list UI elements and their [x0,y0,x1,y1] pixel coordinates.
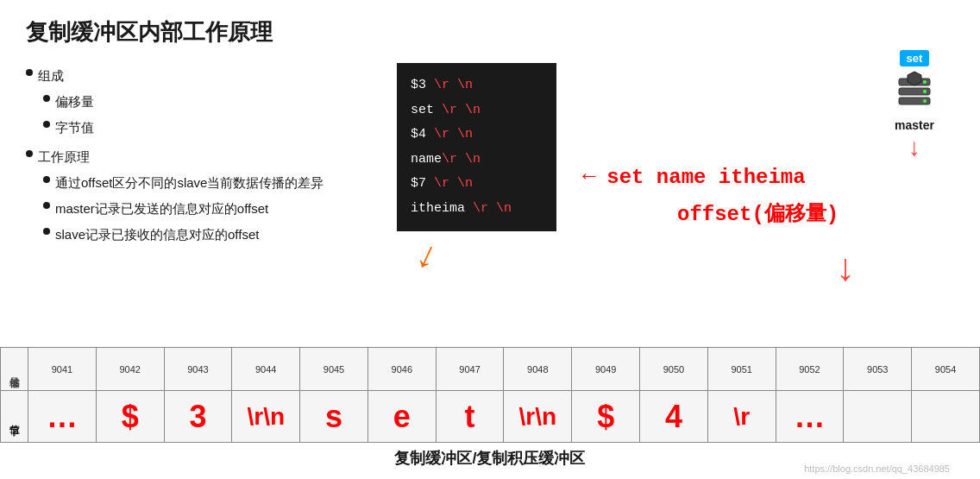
bullet-dot [43,95,50,102]
buffer-section: 偏移量 9041 9042 9043 9044 9045 9046 9047 9… [0,347,980,443]
col-9046: 9046 [368,348,436,391]
cell-rn2: \r\n [504,391,572,443]
down-arrow-icon: ↓ [908,136,920,160]
page-title: 复制缓冲区内部工作原理 [26,17,954,47]
composition-label: 组成 [38,63,64,89]
terminal-line-3: $4 \r \n [411,123,543,148]
watermark: https://blog.csdn.net/qq_43684985 [804,460,950,476]
footer-label: 复制缓冲区/复制积压缓冲区 [394,450,585,467]
cell-dots-left: … [28,391,97,443]
col-9043: 9043 [164,348,232,391]
terminal-line-4: name\r \n [411,148,543,173]
offset-label: offset(偏移量) [677,203,839,226]
diag-arrow-left-icon: ↓ [411,233,445,275]
principle-item-3: slave记录已接收的信息对应的offset [55,222,259,248]
cell-s: s [300,391,368,443]
col-9044: 9044 [232,348,300,391]
svg-marker-6 [908,72,921,85]
col-9041: 9041 [28,348,97,391]
svg-point-5 [923,99,927,103]
master-label: master [895,118,934,132]
cell-empty-1 [844,391,912,443]
col-9045: 9045 [300,348,368,391]
buffer-table: 偏移量 9041 9042 9043 9044 9045 9046 9047 9… [0,347,980,443]
bullet-dot [43,228,50,235]
bullet-dot [26,69,33,76]
cell-r: \r [707,391,776,443]
cell-4: 4 [640,391,708,443]
terminal-line-5: $7 \r \n [411,172,543,197]
bullet-dot [43,176,50,183]
principle-item-2: master记录已发送的信息对应的offset [55,196,268,222]
cell-dots-right: … [776,391,844,443]
principle-item-1: 通过offset区分不同的slave当前数据传播的差异 [55,170,324,196]
bullet-dot [43,202,50,209]
cell-dollar1: $ [96,391,164,443]
bullet-dot [43,121,50,128]
col-header-row-label: 偏移量 [1,348,28,391]
cell-empty-2 [912,391,980,443]
set-badge: set [900,50,930,66]
terminal-block: $3 \r \n set \r \n $4 \r \n name\r \n $7… [397,63,556,231]
set-name-annotation: ← set name itheima [578,162,806,189]
terminal-line-2: set \r \n [411,98,543,123]
svg-point-4 [923,90,927,93]
cell-rn1: \r\n [232,391,300,443]
col-9052: 9052 [776,348,844,391]
byte-item: 字节值 [55,115,94,141]
col-9042: 9042 [96,348,164,391]
principle-label: 工作原理 [38,144,90,170]
col-9049: 9049 [572,348,640,391]
cell-t: t [436,391,504,443]
cell-dollar2: $ [572,391,640,443]
svg-point-3 [923,80,927,84]
col-9053: 9053 [844,348,912,391]
master-server-icon [892,70,937,115]
master-container: set master ↓ [892,50,937,160]
set-name-label: set name itheima [606,166,805,189]
col-9050: 9050 [640,348,708,391]
cell-e: e [368,391,436,443]
col-9047: 9047 [436,348,504,391]
col-9054: 9054 [912,348,980,391]
offset-annotation: offset(偏移量) [677,199,839,227]
offset-item: 偏移量 [55,89,94,115]
terminal-line-6: itheima \r \n [411,197,543,222]
bullet-dot [26,150,33,157]
cell-3: 3 [164,391,232,443]
terminal-line-1: $3 \r \n [411,73,543,98]
diag-arrow-right-icon: ↓ [836,249,855,287]
arrow-left-icon: ← [578,162,606,188]
col-9051: 9051 [707,348,776,391]
row2-header: 字节值 [1,391,28,443]
col-9048: 9048 [504,348,572,391]
